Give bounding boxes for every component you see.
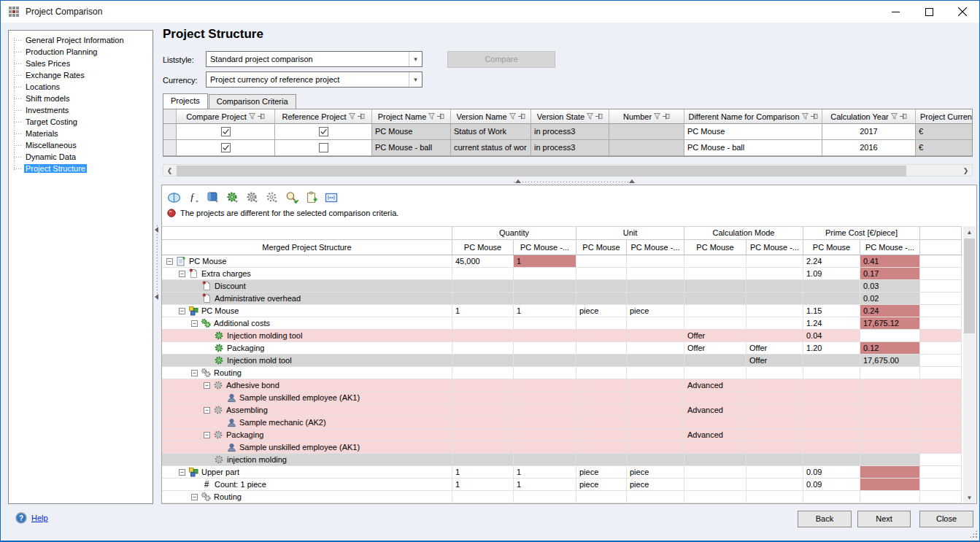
column-header-project-name[interactable]: Project Name bbox=[372, 109, 451, 124]
subcolumn-header-pc-mouse-ball[interactable]: PC Mouse -... bbox=[860, 240, 920, 255]
collapse-expander[interactable]: − bbox=[166, 258, 173, 265]
funnel-icon[interactable] bbox=[802, 112, 809, 121]
help-link[interactable]: Help bbox=[31, 514, 48, 522]
resize-grip[interactable] bbox=[970, 530, 977, 538]
funnel-icon[interactable] bbox=[428, 112, 435, 121]
funnel-icon[interactable] bbox=[654, 112, 660, 121]
column-header-reference[interactable]: Reference Project bbox=[275, 109, 372, 124]
sidebar-item-project-structure[interactable]: Project Structure bbox=[9, 163, 153, 174]
tree-row-injection-molding[interactable]: injection molding bbox=[162, 454, 962, 466]
pin-icon[interactable] bbox=[811, 112, 818, 121]
subcolumn-header-pc-mouse[interactable]: PC Mouse bbox=[576, 240, 627, 255]
sidebar-item-sales-prices[interactable]: Sales Prices bbox=[9, 58, 153, 69]
vertical-scrollbar[interactable]: ▲ ▼ bbox=[963, 226, 976, 503]
horizontal-scrollbar[interactable]: ❮ ❯ bbox=[163, 164, 973, 177]
currency-select[interactable]: Project currency of reference project ▾ bbox=[206, 71, 423, 88]
calc_year-cell[interactable]: 2016 bbox=[822, 140, 916, 156]
fit-frame-icon[interactable] bbox=[324, 190, 339, 205]
version_state-cell[interactable]: in process3 bbox=[531, 140, 609, 156]
tree-row-administrative-overhead[interactable]: Administrative overhead0.02 bbox=[162, 293, 962, 305]
currency-cell[interactable]: € bbox=[916, 140, 973, 156]
scroll-up-arrow[interactable]: ▲ bbox=[963, 226, 976, 238]
next-button[interactable]: Next bbox=[857, 511, 911, 527]
column-header-number[interactable]: Number bbox=[609, 109, 684, 124]
merged-structure-header[interactable]: Merged Project Structure bbox=[162, 240, 452, 255]
tab-comparison-criteria[interactable]: Comparison Criteria bbox=[209, 94, 296, 109]
diff_name-cell[interactable]: PC Mouse - ball bbox=[684, 140, 822, 156]
pin-icon[interactable] bbox=[595, 112, 603, 121]
pin-icon[interactable] bbox=[358, 112, 365, 121]
pin-icon[interactable] bbox=[437, 112, 444, 121]
tree-row-extra-charges[interactable]: −Extra charges1.090.17 bbox=[162, 268, 962, 280]
minimize-button[interactable] bbox=[879, 1, 912, 23]
collapse-expander[interactable]: − bbox=[179, 271, 185, 277]
gear-gray-icon[interactable] bbox=[245, 190, 260, 205]
gear-green-icon[interactable] bbox=[225, 190, 240, 205]
diff_name-cell[interactable]: PC Mouse bbox=[684, 124, 822, 140]
search-next-icon[interactable] bbox=[285, 190, 299, 205]
tree-row-packaging[interactable]: PackagingOfferOffer1.200.12 bbox=[162, 342, 962, 355]
scroll-right-arrow[interactable]: ❯ bbox=[960, 165, 972, 176]
currency-cell[interactable]: € bbox=[916, 124, 973, 140]
collapse-expander[interactable]: − bbox=[204, 432, 210, 438]
tree-row-adhesive-bond[interactable]: −Adhesive bondAdvanced bbox=[162, 379, 962, 392]
function-icon[interactable]: ƒ bbox=[186, 190, 201, 205]
tree-row-pc-mouse[interactable]: −PC Mouse45,00012.240.41 bbox=[162, 255, 962, 268]
back-button[interactable]: Back bbox=[798, 511, 852, 527]
compare-checkbox[interactable] bbox=[221, 127, 231, 136]
tree-row-count-1-piece[interactable]: #Count: 1 piece11piecepiece0.09 bbox=[162, 479, 962, 491]
subcolumn-header-pc-mouse[interactable]: PC Mouse bbox=[684, 240, 746, 255]
collapse-expander[interactable]: − bbox=[179, 469, 185, 476]
chevron-down-icon[interactable]: ▾ bbox=[409, 52, 422, 66]
version_name-cell[interactable]: Status of Work bbox=[451, 124, 531, 140]
collapse-expander[interactable]: − bbox=[191, 320, 198, 327]
collapse-expander[interactable]: − bbox=[204, 407, 210, 414]
version_state-cell[interactable]: in process3 bbox=[531, 124, 609, 140]
pin-icon[interactable] bbox=[663, 112, 670, 121]
compare-checkbox[interactable] bbox=[221, 143, 231, 152]
chevron-down-icon[interactable]: ▾ bbox=[409, 72, 422, 87]
scrollbar-thumb[interactable] bbox=[964, 239, 975, 333]
sidebar-item-dynamic-data[interactable]: Dynamic Data bbox=[9, 151, 153, 163]
gear-outline-icon[interactable] bbox=[265, 190, 279, 205]
number-cell[interactable] bbox=[609, 140, 684, 156]
tree-row-sample-unskilled-employee-ak1[interactable]: Sample unskilled employee (AK1) bbox=[162, 392, 962, 404]
scroll-left-arrow[interactable]: ❮ bbox=[163, 165, 176, 176]
funnel-icon[interactable] bbox=[509, 112, 516, 121]
version_name-cell[interactable]: current status of wor bbox=[451, 140, 531, 156]
sidebar-item-materials[interactable]: Materials bbox=[9, 128, 153, 139]
tree-row-upper-part[interactable]: −Upper part11piecepiece0.09 bbox=[162, 466, 962, 479]
funnel-icon[interactable] bbox=[249, 112, 255, 121]
sidebar-item-shift-models[interactable]: Shift models bbox=[9, 93, 153, 104]
number-cell[interactable] bbox=[609, 124, 684, 140]
subcolumn-header-pc-mouse-ball[interactable]: PC Mouse -... bbox=[514, 240, 576, 255]
pin-icon[interactable] bbox=[258, 112, 265, 121]
collapse-expander[interactable]: − bbox=[191, 494, 198, 500]
column-header-compare[interactable]: Compare Project bbox=[177, 109, 275, 124]
subcolumn-header-pc-mouse[interactable]: PC Mouse bbox=[803, 240, 860, 255]
subcolumn-header-pc-mouse-ball[interactable]: PC Mouse -... bbox=[627, 240, 684, 255]
project_name-cell[interactable]: PC Mouse - ball bbox=[372, 140, 451, 156]
pin-icon[interactable] bbox=[518, 112, 525, 121]
sidebar-item-production-planning[interactable]: Production Planning bbox=[9, 46, 153, 58]
liststyle-select[interactable]: Standard project comparison ▾ bbox=[206, 51, 423, 67]
tree-row-pc-mouse[interactable]: −PC Mouse11piecepiece1.150.24 bbox=[162, 305, 962, 317]
close-button[interactable] bbox=[946, 1, 979, 23]
project_name-cell[interactable]: PC Mouse bbox=[372, 124, 451, 140]
column-header-currency[interactable]: Project Currency bbox=[916, 109, 973, 124]
subcolumn-header-pc-mouse-ball[interactable]: PC Mouse -... bbox=[746, 240, 803, 255]
compare-toggle-icon[interactable] bbox=[166, 190, 181, 205]
collapse-expander[interactable]: − bbox=[179, 308, 185, 314]
tree-row-assembling[interactable]: −AssemblingAdvanced bbox=[162, 404, 962, 417]
sidebar-item-general-project-information[interactable]: General Project Information bbox=[9, 34, 153, 46]
calc_year-cell[interactable]: 2017 bbox=[822, 124, 916, 140]
sidebar-item-locations[interactable]: Locations bbox=[9, 81, 153, 93]
collapse-expander[interactable]: − bbox=[191, 370, 198, 376]
compare-button[interactable]: Compare bbox=[447, 51, 555, 68]
close-button[interactable]: Close bbox=[919, 511, 973, 527]
tab-projects[interactable]: Projects bbox=[163, 93, 208, 109]
collapse-expander[interactable]: − bbox=[204, 382, 210, 389]
sidebar-item-exchange-rates[interactable]: Exchange Rates bbox=[9, 69, 153, 81]
tree-row-injection-mold-tool[interactable]: Injection mold toolOffer17,675.00 bbox=[162, 355, 962, 367]
reference-checkbox[interactable] bbox=[319, 127, 328, 136]
